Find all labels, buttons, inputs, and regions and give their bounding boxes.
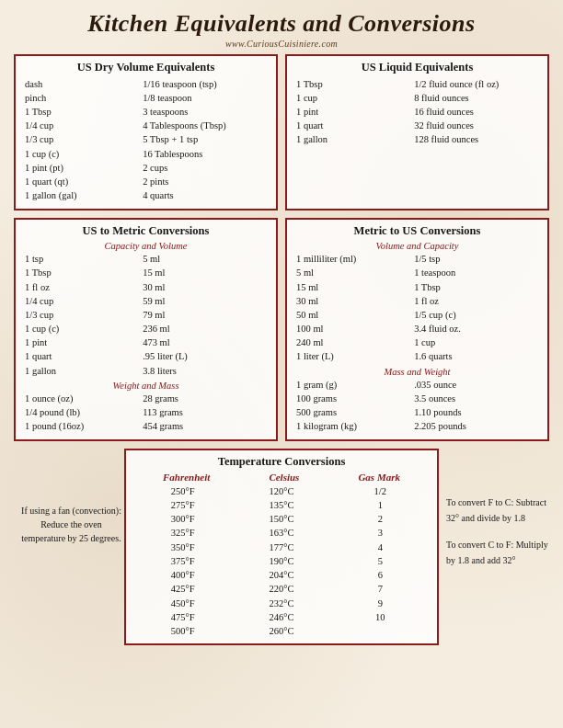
table-cell-label: 1 Tbsp <box>23 267 141 280</box>
table-cell-label: 1 Tbsp <box>294 77 412 91</box>
page-subtitle: www.CuriousCuisiniere.com <box>14 39 549 49</box>
temp-row: 475°F246°C10 <box>133 610 430 624</box>
table-row: 1 Tbsp3 teaspoons <box>23 106 269 119</box>
table-cell-value: 30 ml <box>141 280 269 294</box>
table-cell-value: 59 ml <box>141 294 269 308</box>
table-cell-value: 1.10 pounds <box>412 405 540 419</box>
table-row: 1 ounce (oz)28 grams <box>23 392 269 405</box>
table-cell-value: 473 ml <box>141 336 269 350</box>
table-cell-value: 1 cup <box>412 336 540 350</box>
table-row: 1 cup (c)16 Tablespoons <box>23 147 269 161</box>
table-row: 1/4 cup59 ml <box>23 294 269 308</box>
temp-gm: 2 <box>331 512 429 526</box>
temp-gm <box>331 624 429 638</box>
table-cell-value: .035 ounce <box>412 378 540 392</box>
temp-c: 135°C <box>233 498 330 512</box>
table-row: 1 kilogram (kg)2.205 pounds <box>294 420 540 434</box>
temp-c: 260°C <box>233 624 330 638</box>
table-cell-label: dash <box>23 77 141 91</box>
table-cell-value: 1/5 tsp <box>412 253 540 267</box>
temp-gm: 3 <box>331 526 429 540</box>
table-row: 240 ml1 cup <box>294 336 540 350</box>
table-row: 100 grams3.5 ounces <box>294 392 540 405</box>
table-row: 1 pint473 ml <box>23 336 269 350</box>
table-row: dash1/16 teaspoon (tsp) <box>23 77 269 91</box>
temp-gm: 5 <box>331 554 429 568</box>
table-cell-value: 3.8 liters <box>141 364 269 378</box>
table-cell-label: 1 pound (16oz) <box>23 420 141 434</box>
table-cell-label: 1/4 cup <box>23 294 141 308</box>
table-cell-label: 1 quart (qt) <box>23 175 141 188</box>
table-row: 1 liter (L)1.6 quarts <box>294 350 540 364</box>
table-row: 1 fl oz30 ml <box>23 280 269 294</box>
table-cell-value: 1/16 teaspoon (tsp) <box>141 77 269 91</box>
temp-right-note1: To convert F to C: Subtract 32° and divi… <box>446 495 549 526</box>
temp-row: 400°F204°C6 <box>133 568 430 582</box>
table-cell-label: 1 gallon (gal) <box>23 189 141 203</box>
temp-gm: 7 <box>331 582 429 596</box>
temp-gm: 4 <box>331 540 429 554</box>
table-cell-value: 79 ml <box>141 308 269 322</box>
dry-volume-title: US Dry Volume Equivalents <box>23 61 269 74</box>
table-cell-label: 1 gallon <box>294 133 412 147</box>
temp-c: 220°C <box>233 582 330 596</box>
metric-us-table1: 1 milliliter (ml)1/5 tsp5 ml1 teaspoon15… <box>294 253 540 364</box>
table-row: 1 quart (qt)2 pints <box>23 175 269 188</box>
table-row: 1 Tbsp15 ml <box>23 267 269 280</box>
table-cell-value: 1.6 quarts <box>412 350 540 364</box>
table-row: 1 milliliter (ml)1/5 tsp <box>294 253 540 267</box>
temp-row: 350°F177°C4 <box>133 540 430 554</box>
table-row: 1 quart.95 liter (L) <box>23 350 269 364</box>
temp-c: 204°C <box>233 568 330 582</box>
temp-row: 500°F260°C <box>133 624 430 638</box>
table-row: pinch1/8 teaspoon <box>23 91 269 105</box>
temp-row: 375°F190°C5 <box>133 554 430 568</box>
table-cell-label: 1/3 cup <box>23 133 141 147</box>
dry-volume-box: US Dry Volume Equivalents dash1/16 teasp… <box>14 54 278 210</box>
temp-row: 325°F163°C3 <box>133 526 430 540</box>
table-cell-label: 1 pint <box>23 336 141 350</box>
temp-right-notes: To convert F to C: Subtract 32° and divi… <box>439 449 549 568</box>
temp-f: 275°F <box>134 498 232 512</box>
table-row: 1 gram (g).035 ounce <box>294 378 540 392</box>
metric-us-title: Metric to US Conversions <box>294 224 540 238</box>
table-cell-value: 5 Tbsp + 1 tsp <box>141 133 269 147</box>
temp-gm: 1 <box>331 498 429 512</box>
table-cell-label: pinch <box>23 91 141 105</box>
metric-us-box: Metric to US Conversions Volume and Capa… <box>285 218 549 441</box>
temp-c: 163°C <box>233 526 330 540</box>
page-title: Kitchen Equivalents and Conversions <box>14 9 549 38</box>
table-cell-label: 1 quart <box>294 119 412 133</box>
temp-c: 190°C <box>233 554 330 568</box>
temp-f: 475°F <box>134 610 232 624</box>
table-cell-value: 1 fl oz <box>412 294 540 308</box>
table-cell-value: 1 Tbsp <box>412 280 540 294</box>
temp-header-gm: Gas Mark <box>358 472 400 483</box>
table-row: 1/3 cup5 Tbsp + 1 tsp <box>23 133 269 147</box>
temp-row: 450°F232°C9 <box>133 597 430 610</box>
table-row: 1 Tbsp1/2 fluid ounce (fl oz) <box>294 77 540 91</box>
table-cell-label: 1 tsp <box>23 253 141 267</box>
us-metric-table1: 1 tsp5 ml1 Tbsp15 ml1 fl oz30 ml1/4 cup5… <box>23 253 269 379</box>
temp-f: 425°F <box>134 582 232 596</box>
table-cell-label: 1 quart <box>23 350 141 364</box>
table-cell-label: 100 grams <box>294 392 412 405</box>
table-cell-label: 100 ml <box>294 323 412 336</box>
table-row: 1 quart32 fluid ounces <box>294 119 540 133</box>
temp-f: 400°F <box>134 568 232 582</box>
table-cell-label: 1/3 cup <box>23 308 141 322</box>
table-row: 1 tsp5 ml <box>23 253 269 267</box>
table-cell-label: 15 ml <box>294 280 412 294</box>
temperature-rows: 250°F120°C1/2275°F135°C1300°F150°C2325°F… <box>133 484 430 638</box>
dry-volume-table: dash1/16 teaspoon (tsp)pinch1/8 teaspoon… <box>23 77 269 203</box>
table-row: 100 ml3.4 fluid oz. <box>294 323 540 336</box>
us-metric-title: US to Metric Conversions <box>23 224 269 238</box>
table-cell-label: 1 gram (g) <box>294 378 412 392</box>
temp-row: 250°F120°C1/2 <box>133 484 430 498</box>
table-cell-label: 1 pint <box>294 106 412 119</box>
temp-c: 232°C <box>233 597 330 610</box>
temp-right-note2: To convert C to F: Multiply by 1.8 and a… <box>446 537 549 568</box>
table-cell-value: 2.205 pounds <box>412 420 540 434</box>
temperature-section: If using a fan (convection): Reduce the … <box>14 449 549 645</box>
table-cell-value: 3.5 ounces <box>412 392 540 405</box>
